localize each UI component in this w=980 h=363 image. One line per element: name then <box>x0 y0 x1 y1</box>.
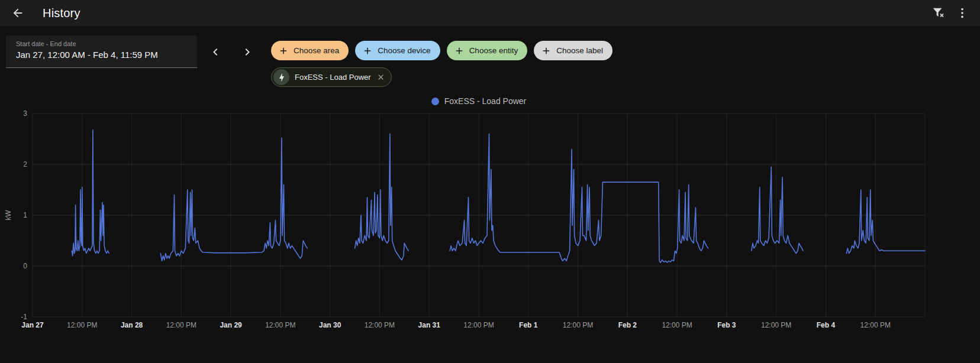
legend-dot <box>431 98 439 105</box>
svg-text:Jan 27: Jan 27 <box>21 321 44 329</box>
svg-text:kW: kW <box>4 210 12 221</box>
remove-entity-button[interactable] <box>376 73 385 82</box>
back-button[interactable] <box>6 1 30 25</box>
svg-text:Feb 1: Feb 1 <box>519 321 538 329</box>
page-title: History <box>43 7 80 20</box>
svg-text:Jan 30: Jan 30 <box>319 321 341 329</box>
svg-text:12:00 PM: 12:00 PM <box>365 321 395 329</box>
next-period-button[interactable] <box>234 39 260 65</box>
date-range-label: Start date - End date <box>16 40 197 47</box>
chevron-left-icon <box>208 45 223 59</box>
chip-label: Choose device <box>378 46 430 55</box>
plus-icon <box>454 46 465 56</box>
svg-text:Feb 2: Feb 2 <box>618 321 637 329</box>
legend-label: FoxESS - Load Power <box>444 96 527 106</box>
svg-text:0: 0 <box>23 262 27 270</box>
svg-text:Feb 3: Feb 3 <box>717 321 736 329</box>
selected-entity-chip[interactable]: FoxESS - Load Power <box>271 67 392 87</box>
date-range-picker[interactable]: Start date - End date Jan 27, 12:00 AM -… <box>6 35 197 68</box>
svg-text:12:00 PM: 12:00 PM <box>860 321 891 329</box>
arrow-left-icon <box>11 7 24 20</box>
kebab-menu-icon <box>956 7 969 20</box>
app-header: History <box>0 0 980 26</box>
choose-label-chip[interactable]: Choose label <box>534 41 612 60</box>
svg-text:12:00 PM: 12:00 PM <box>166 321 196 329</box>
svg-text:Jan 31: Jan 31 <box>418 321 441 329</box>
date-range-value: Jan 27, 12:00 AM - Feb 4, 11:59 PM <box>16 50 197 60</box>
svg-text:Feb 4: Feb 4 <box>817 321 836 329</box>
filter-remove-icon <box>932 7 945 20</box>
prev-period-button[interactable] <box>202 39 228 65</box>
choose-device-chip[interactable]: Choose device <box>355 41 440 60</box>
plus-icon <box>278 46 289 56</box>
plus-icon <box>362 46 373 56</box>
svg-text:12:00 PM: 12:00 PM <box>761 321 791 329</box>
svg-text:12:00 PM: 12:00 PM <box>563 321 593 329</box>
chip-label: Choose entity <box>469 46 518 55</box>
svg-text:-1: -1 <box>21 313 27 321</box>
overflow-menu-button[interactable] <box>950 1 974 25</box>
svg-text:3: 3 <box>23 110 27 118</box>
filter-chips-row: Choose area Choose device Choose entity … <box>271 41 612 60</box>
chip-label: Choose label <box>556 46 603 55</box>
history-page: History Start date - End date Jan 27, 12… <box>0 0 980 363</box>
close-icon <box>376 73 385 82</box>
svg-text:Jan 28: Jan 28 <box>121 321 143 329</box>
svg-text:12:00 PM: 12:00 PM <box>662 321 692 329</box>
history-chart-svg: -10123Jan 2712:00 PMJan 2812:00 PMJan 29… <box>0 110 980 342</box>
choose-entity-chip[interactable]: Choose entity <box>447 41 528 60</box>
chart-legend[interactable]: FoxESS - Load Power <box>33 95 925 108</box>
choose-area-chip[interactable]: Choose area <box>271 41 349 60</box>
svg-text:2: 2 <box>23 160 27 168</box>
history-chart[interactable]: -10123Jan 2712:00 PMJan 2812:00 PMJan 29… <box>0 110 980 342</box>
plus-icon <box>541 46 552 56</box>
svg-text:12:00 PM: 12:00 PM <box>67 321 97 329</box>
svg-text:Jan 29: Jan 29 <box>220 321 242 329</box>
remove-filters-button[interactable] <box>927 1 950 25</box>
selected-entities-row: FoxESS - Load Power <box>271 67 392 87</box>
svg-text:1: 1 <box>23 211 27 219</box>
svg-text:12:00 PM: 12:00 PM <box>265 321 295 329</box>
chevron-right-icon <box>240 45 254 59</box>
selected-entity-label: FoxESS - Load Power <box>295 73 371 82</box>
svg-text:12:00 PM: 12:00 PM <box>463 321 494 329</box>
lightning-bolt-icon <box>273 69 289 85</box>
chip-label: Choose area <box>294 46 339 55</box>
